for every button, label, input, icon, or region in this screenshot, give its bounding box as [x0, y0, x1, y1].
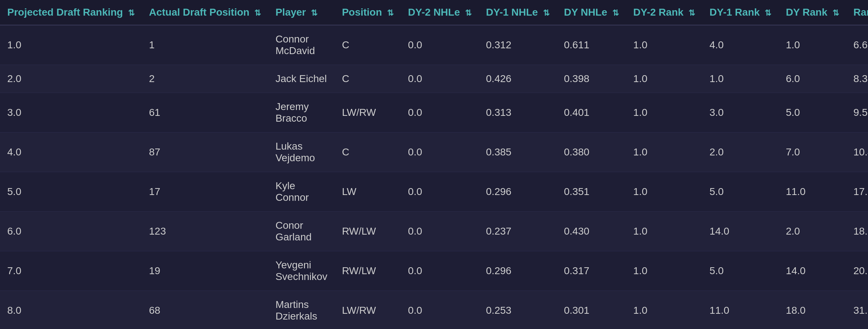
- cell-player: Jeremy Bracco: [268, 93, 334, 133]
- cell-dy1rank: 5.0: [702, 172, 778, 212]
- cell-dynhle: 0.611: [557, 25, 626, 65]
- cell-dy1nhle: 0.253: [479, 291, 557, 329]
- cell-actual: 68: [142, 291, 268, 329]
- cell-dy2nhle: 0.0: [401, 251, 479, 291]
- cell-dy1nhle: 0.426: [479, 65, 557, 93]
- col-header-dy1rank: DY-1 Rank ⇅: [702, 0, 778, 25]
- col-header-dy2rank-label: DY-2 Rank: [633, 7, 684, 18]
- cell-dy1nhle: 0.313: [479, 93, 557, 133]
- sort-icon-actual[interactable]: ⇅: [254, 8, 261, 18]
- cell-dynhle: 0.398: [557, 65, 626, 93]
- cell-dyrank: 7.0: [778, 133, 846, 172]
- col-header-player-label: Player: [275, 7, 306, 18]
- table-body: 1.01Connor McDavidC0.00.3120.6111.04.01.…: [0, 25, 868, 329]
- cell-dyrank: 1.0: [778, 25, 846, 65]
- cell-ranking-total: 17.7: [846, 172, 868, 212]
- draft-table: Projected Draft Ranking ⇅ Actual Draft P…: [0, 0, 868, 329]
- cell-dynhle: 0.317: [557, 251, 626, 291]
- cell-dy1rank: 11.0: [702, 291, 778, 329]
- cell-projected: 4.0: [0, 133, 142, 172]
- cell-actual: 19: [142, 251, 268, 291]
- cell-actual: 123: [142, 212, 268, 251]
- table-row: 8.068Martins DzierkalsLW/RW0.00.2530.301…: [0, 291, 868, 329]
- cell-dy2rank: 1.0: [626, 25, 702, 65]
- sort-icon-dy1rank[interactable]: ⇅: [765, 8, 771, 18]
- cell-dy2nhle: 0.0: [401, 133, 479, 172]
- sort-icon-position[interactable]: ⇅: [387, 8, 394, 18]
- col-header-dynhle: DY NHLe ⇅: [557, 0, 626, 25]
- col-header-position: Position ⇅: [335, 0, 401, 25]
- sort-icon-dy2rank[interactable]: ⇅: [688, 8, 695, 18]
- col-header-dynhle-label: DY NHLe: [564, 7, 607, 18]
- sort-icon-dy2nhle[interactable]: ⇅: [465, 8, 472, 18]
- cell-projected: 2.0: [0, 65, 142, 93]
- cell-dy1rank: 14.0: [702, 212, 778, 251]
- cell-dyrank: 11.0: [778, 172, 846, 212]
- sort-icon-player[interactable]: ⇅: [311, 8, 317, 18]
- cell-dy2nhle: 0.0: [401, 65, 479, 93]
- col-header-dy1rank-label: DY-1 Rank: [709, 7, 760, 18]
- cell-ranking-total: 8.3: [846, 65, 868, 93]
- draft-table-container: Projected Draft Ranking ⇅ Actual Draft P…: [0, 0, 868, 329]
- cell-dyrank: 2.0: [778, 212, 846, 251]
- table-row: 7.019Yevgeni SvechnikovRW/LW0.00.2960.31…: [0, 251, 868, 291]
- cell-ranking-total: 18.6: [846, 212, 868, 251]
- cell-dy2nhle: 0.0: [401, 93, 479, 133]
- sort-icon-dynhle[interactable]: ⇅: [612, 8, 619, 18]
- col-header-projected-label: Projected Draft Ranking: [7, 7, 123, 18]
- cell-actual: 87: [142, 133, 268, 172]
- cell-dy1rank: 5.0: [702, 251, 778, 291]
- cell-player: Conor Garland: [268, 212, 334, 251]
- cell-player: Connor McDavid: [268, 25, 334, 65]
- col-header-dy2nhle-label: DY-2 NHLe: [408, 7, 460, 18]
- cell-dyrank: 14.0: [778, 251, 846, 291]
- col-header-dy1nhle-label: DY-1 NHLe: [486, 7, 538, 18]
- cell-position: LW: [335, 172, 401, 212]
- cell-dy1rank: 2.0: [702, 133, 778, 172]
- cell-ranking-total: 31.3: [846, 291, 868, 329]
- cell-dy2nhle: 0.0: [401, 291, 479, 329]
- cell-dy2nhle: 0.0: [401, 172, 479, 212]
- cell-player: Kyle Connor: [268, 172, 334, 212]
- cell-dynhle: 0.430: [557, 212, 626, 251]
- cell-dy2nhle: 0.0: [401, 212, 479, 251]
- cell-dynhle: 0.401: [557, 93, 626, 133]
- cell-dy2rank: 1.0: [626, 133, 702, 172]
- cell-dy2nhle: 0.0: [401, 25, 479, 65]
- cell-actual: 2: [142, 65, 268, 93]
- cell-dy1nhle: 0.385: [479, 133, 557, 172]
- sort-icon-dy1nhle[interactable]: ⇅: [543, 8, 550, 18]
- cell-dynhle: 0.301: [557, 291, 626, 329]
- col-header-ranking-total-label: Ranking Total: [853, 7, 868, 18]
- cell-projected: 6.0: [0, 212, 142, 251]
- sort-icon-dyrank[interactable]: ⇅: [832, 8, 839, 18]
- col-header-actual-label: Actual Draft Position: [149, 7, 250, 18]
- cell-dynhle: 0.380: [557, 133, 626, 172]
- cell-dy1rank: 3.0: [702, 93, 778, 133]
- cell-player: Jack Eichel: [268, 65, 334, 93]
- cell-dyrank: 18.0: [778, 291, 846, 329]
- col-header-projected: Projected Draft Ranking ⇅: [0, 0, 142, 25]
- col-header-dy2rank: DY-2 Rank ⇅: [626, 0, 702, 25]
- cell-dy1nhle: 0.312: [479, 25, 557, 65]
- cell-projected: 7.0: [0, 251, 142, 291]
- cell-projected: 8.0: [0, 291, 142, 329]
- cell-ranking-total: 9.5: [846, 93, 868, 133]
- col-header-player: Player ⇅: [268, 0, 334, 25]
- cell-dy1nhle: 0.296: [479, 172, 557, 212]
- cell-position: C: [335, 133, 401, 172]
- cell-projected: 5.0: [0, 172, 142, 212]
- table-row: 1.01Connor McDavidC0.00.3120.6111.04.01.…: [0, 25, 868, 65]
- cell-position: C: [335, 65, 401, 93]
- table-row: 3.061Jeremy BraccoLW/RW0.00.3130.4011.03…: [0, 93, 868, 133]
- cell-position: C: [335, 25, 401, 65]
- cell-position: LW/RW: [335, 291, 401, 329]
- cell-projected: 1.0: [0, 25, 142, 65]
- cell-player: Martins Dzierkals: [268, 291, 334, 329]
- cell-dy2rank: 1.0: [626, 172, 702, 212]
- sort-icon-projected[interactable]: ⇅: [128, 8, 135, 18]
- cell-player: Yevgeni Svechnikov: [268, 251, 334, 291]
- cell-dynhle: 0.351: [557, 172, 626, 212]
- cell-dy1nhle: 0.237: [479, 212, 557, 251]
- cell-ranking-total: 10.4: [846, 133, 868, 172]
